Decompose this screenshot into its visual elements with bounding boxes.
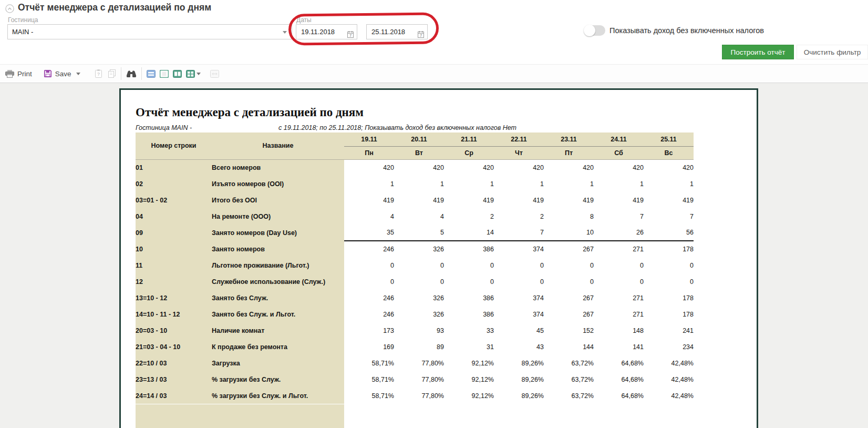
save-menu-caret-icon[interactable] (76, 73, 80, 75)
value-cell: 0 (544, 273, 594, 290)
value-cell: 246 (344, 241, 394, 257)
view-grid-caret-icon[interactable] (197, 73, 201, 75)
value-cell: 89,26% (494, 388, 544, 404)
value-cell: 420 (394, 159, 444, 176)
table-row: 04На ремонте (OOO)4422877 (136, 208, 694, 225)
value-cell: 89 (394, 339, 444, 355)
row-name-cell: Занято без Служ. и Льгот. (212, 306, 344, 322)
save-label: Save (55, 70, 71, 78)
row-code-cell: 12 (136, 273, 212, 290)
table-row: 02Изъято номеров (OOI)1111111 (136, 176, 694, 192)
row-name-cell: Загрузка (212, 355, 344, 371)
row-code-cell: 23=13 / 03 (136, 371, 212, 388)
value-cell: 148 (594, 322, 644, 339)
day-column-header: Вс (644, 146, 694, 159)
date-column-header: 23.11 (544, 133, 594, 146)
value-cell: 271 (594, 306, 644, 322)
page-title: Отчёт менеджера с детализацией по дням (18, 2, 211, 13)
report-page: Отчёт менеджера с детализацией по дням Г… (119, 88, 758, 428)
chevron-down-icon (283, 31, 287, 34)
value-cell: 63,72% (544, 388, 594, 404)
value-cell: 7 (644, 208, 694, 225)
row-code-cell: 14=10 - 11 - 12 (136, 306, 212, 322)
build-report-button[interactable]: Построить отчёт (722, 45, 794, 59)
value-cell: 5 (394, 225, 444, 241)
clear-filter-button[interactable]: Очистить фильтр (797, 45, 868, 59)
value-cell: 10 (544, 225, 594, 241)
row-name-cell: Наличие комнат (212, 322, 344, 339)
calendar-icon[interactable]: 7 (347, 28, 354, 43)
toolbar-separator (121, 67, 121, 80)
value-cell: 7 (494, 225, 544, 241)
date-from-value: 19.11.2018 (301, 28, 335, 36)
value-cell: 234 (644, 339, 694, 355)
view-grid-icon[interactable] (186, 70, 195, 78)
table-row: 12Служебное использование (Служ.)0000000 (136, 273, 694, 290)
value-cell: 267 (544, 241, 594, 257)
tax-toggle[interactable] (584, 25, 605, 36)
value-cell: 42,48% (644, 371, 694, 388)
value-cell: 56 (644, 225, 694, 241)
row-code-cell: 04 (136, 208, 212, 225)
collapse-panel-icon[interactable] (5, 4, 14, 13)
value-cell: 77,80% (394, 388, 444, 404)
view-continuous-icon[interactable] (147, 70, 156, 78)
view-two-pages-icon[interactable] (173, 70, 182, 78)
report-subtitle: Гостиница MAIN - с 19.11.2018; по 25.11.… (136, 124, 687, 133)
table-row: 14=10 - 11 - 12Занято без Служ. и Льгот.… (136, 306, 694, 322)
hotel-select-value: MAIN - (12, 28, 33, 36)
value-cell: 58,71% (344, 388, 394, 404)
value-cell: 0 (644, 257, 694, 273)
value-cell: 0 (644, 273, 694, 290)
value-cell: 326 (394, 306, 444, 322)
value-cell: 241 (644, 322, 694, 339)
dates-label: Даты (296, 16, 312, 24)
row-name-cell: Льготное проживание (Льгот.) (212, 257, 344, 273)
value-cell: 0 (594, 257, 644, 273)
value-cell: 0 (344, 273, 394, 290)
value-cell: 0 (394, 257, 444, 273)
value-cell: 374 (494, 241, 544, 257)
calendar-icon[interactable]: 7 (418, 28, 424, 43)
value-cell: 141 (594, 339, 644, 355)
table-row: 23=13 / 03% загрузки без Служ.58,71%77,8… (136, 371, 694, 388)
table-row: 01Всего номеров420420420420420420420 (136, 159, 694, 176)
date-from-input[interactable]: 19.11.2018 7 (296, 24, 357, 39)
value-cell: 7 (594, 208, 644, 225)
save-button[interactable]: Save (44, 69, 80, 78)
value-cell: 8 (544, 208, 594, 225)
row-name-cell: Занято номеров (212, 241, 344, 257)
value-cell: 1 (394, 176, 444, 192)
report-subtitle-hotel: Гостиница MAIN - (136, 124, 192, 131)
table-row: 24=14 / 03% загрузки без Служ. и Льгот.5… (136, 388, 694, 404)
svg-text:7: 7 (349, 33, 352, 38)
filter-panel: Отчёт менеджера с детализацией по дням Г… (0, 0, 868, 64)
table-row: 03=01 - 02Итого без OOI41941941941941941… (136, 192, 694, 208)
row-name-cell: % загрузки без Служ. и Льгот. (212, 388, 344, 404)
value-cell: 92,12% (444, 371, 494, 388)
find-icon[interactable] (126, 70, 137, 78)
value-cell: 2 (494, 208, 544, 225)
table-row: 20=03 - 10Наличие комнат1739333451521482… (136, 322, 694, 339)
value-cell: 246 (344, 290, 394, 306)
row-code-cell: 22=10 / 03 (136, 355, 212, 371)
date-to-value: 25.11.2018 (371, 28, 405, 36)
report-subtitle-params: с 19.11.2018; по 25.11.2018; Показывать … (278, 124, 516, 131)
value-cell: 35 (344, 225, 394, 241)
value-cell: 43 (494, 339, 544, 355)
value-cell: 326 (394, 241, 444, 257)
print-button[interactable]: Print (5, 70, 32, 78)
row-code-cell: 03=01 - 02 (136, 192, 212, 208)
value-cell: 0 (544, 257, 594, 273)
value-cell: 267 (544, 306, 594, 322)
date-to-input[interactable]: 25.11.2018 7 (366, 24, 428, 39)
view-single-page-icon[interactable] (160, 70, 169, 78)
hotel-select[interactable]: MAIN - (7, 24, 292, 39)
value-cell: 4 (394, 208, 444, 225)
value-cell: 1 (444, 176, 494, 192)
value-cell: 419 (544, 192, 594, 208)
table-row: 11Льготное проживание (Льгот.)0000000 (136, 257, 694, 273)
toggle-knob-icon (584, 25, 595, 36)
value-cell: 64,68% (594, 388, 644, 404)
value-cell: 246 (344, 306, 394, 322)
